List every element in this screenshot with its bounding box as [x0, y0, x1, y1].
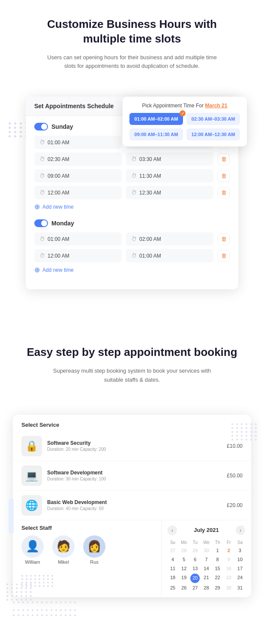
cal-day-w4-5[interactable]: 22 [213, 574, 223, 583]
sunday-slot-2: ⏱ 09:00 AM ⏱ 11:30 AM 🗑 [34, 169, 230, 182]
monday-to-0[interactable]: ⏱ 02:00 AM [126, 232, 213, 246]
cal-day-w2-6: 9 [224, 556, 234, 564]
cal-dh-we: We [201, 539, 211, 546]
cal-day-w1-4[interactable]: 30 [201, 547, 211, 555]
sunday-to-1[interactable]: ⏱ 03:30 AM [126, 152, 213, 166]
add-time-label: Add new time [42, 267, 74, 273]
staff-row: 👤 William 🧑 Mikel 👩 Rus [21, 535, 153, 565]
cal-day-w4-4[interactable]: 21 [201, 574, 211, 583]
sunday-from-2[interactable]: ⏱ 09:00 AM [34, 169, 122, 182]
cal-day-w5-2[interactable]: 26 [179, 584, 189, 592]
select-staff-label: Select Staff [21, 525, 153, 531]
dot-grid-bottomleft [6, 583, 33, 601]
cal-day-w4-6: 23 [224, 574, 234, 583]
sunday-to-3[interactable]: ⏱ 12:30 AM [126, 186, 213, 199]
schedule-header-label: Set Appointments Schedule [34, 103, 114, 109]
service-item-1[interactable]: 💻 Software Development Duration: 30 min … [13, 461, 251, 491]
cal-day-w3-1[interactable]: 11 [168, 565, 178, 573]
service-info-1: Software Development Duration: 30 min Ca… [47, 470, 222, 481]
staff-item-mikel[interactable]: 🧑 Mikel [52, 535, 75, 565]
cal-day-w1-5[interactable]: 1 [213, 547, 223, 555]
monday-from-1[interactable]: ⏱ 12:00 AM [34, 249, 122, 262]
cal-day-w2-5[interactable]: 8 [213, 556, 223, 564]
staff-item-rus[interactable]: 👩 Rus [83, 535, 105, 565]
sunday-delete-2[interactable]: 🗑 [218, 170, 230, 182]
clock-icon: ⏱ [39, 236, 45, 242]
cal-day-w5-6: 30 [224, 584, 234, 592]
apt-slot-0[interactable]: ✓ 01:00 AM–02:00 AM [129, 113, 183, 125]
staff-item-william[interactable]: 👤 William [21, 535, 44, 565]
cal-day-w1-3[interactable]: 29 [190, 547, 200, 555]
sunday-toggle[interactable] [34, 123, 48, 131]
cal-day-w4-7[interactable]: 24 [235, 574, 245, 583]
cal-day-w1-7[interactable]: 3 [235, 547, 245, 555]
cal-day-w2-7[interactable]: 10 [235, 556, 245, 564]
cal-day-w2-2[interactable]: 5 [179, 556, 189, 564]
cal-dh-su: Su [168, 539, 178, 546]
cal-day-w1-1[interactable]: 27 [168, 547, 178, 555]
clock-icon: ⏱ [131, 173, 137, 179]
dot-grid-inner [231, 423, 258, 440]
monday-toggle[interactable] [34, 219, 48, 227]
cal-day-w3-3[interactable]: 13 [190, 565, 200, 573]
monday-add-time[interactable]: ⊕ Add new time [34, 266, 230, 274]
service-thumb-0: 🔒 [21, 436, 42, 456]
cal-day-w2-4[interactable]: 7 [201, 556, 211, 564]
add-time-label: Add new time [42, 204, 74, 210]
clock-icon: ⏱ [39, 173, 45, 179]
clock-icon: ⏱ [131, 236, 137, 242]
cal-day-w3-7[interactable]: 17 [235, 565, 245, 573]
service-item-0[interactable]: 🔒 Software Security Duration: 20 min Cap… [13, 431, 251, 461]
cal-dh-fr: Fr [224, 539, 234, 546]
service-item-2[interactable]: 🌐 Basic Web Development Duration: 40 min… [13, 491, 251, 520]
cal-day-w4-1[interactable]: 18 [168, 574, 178, 583]
cal-day-w2-3[interactable]: 6 [190, 556, 200, 564]
cal-day-w3-4[interactable]: 14 [201, 565, 211, 573]
sunday-delete-1[interactable]: 🗑 [218, 153, 230, 165]
cal-dh-mo: Mo [179, 539, 189, 546]
sunday-delete-3[interactable]: 🗑 [218, 187, 230, 199]
cal-day-w5-1[interactable]: 25 [168, 584, 178, 592]
service-meta-2: Duration: 40 min Capacity: 50 [47, 506, 222, 511]
service-name-2: Basic Web Development [47, 499, 222, 505]
monday-delete-0[interactable]: 🗑 [218, 233, 230, 245]
sunday-to-2[interactable]: ⏱ 11:30 AM [126, 169, 213, 182]
cal-day-w2-1[interactable]: 4 [168, 556, 178, 564]
cal-day-w4-3[interactable]: 20 [190, 574, 200, 583]
cal-day-w1-2[interactable]: 28 [179, 547, 189, 555]
cal-next[interactable]: › [236, 526, 245, 535]
clock-icon: ⏱ [39, 252, 45, 259]
clock-icon: ⏱ [131, 252, 137, 259]
bottom-dot-row-2 [4, 608, 260, 613]
cal-day-w3-5[interactable]: 15 [213, 565, 223, 573]
cal-day-w5-4[interactable]: 28 [201, 584, 211, 592]
cal-day-w5-7[interactable]: 31 [235, 584, 245, 592]
apt-slot-2[interactable]: 09:00 AM–11:30 AM [129, 128, 183, 140]
staff-section: Select Staff 👤 William 🧑 Mikel 👩 Rus [13, 520, 161, 571]
service-name-1: Software Development [47, 470, 222, 476]
cal-day-w5-5[interactable]: 29 [213, 584, 223, 592]
apt-slot-3[interactable]: 12:00 AM–12:30 AM [186, 128, 240, 140]
section-1: Customize Business Hours with multiple t… [0, 0, 264, 92]
monday-delete-1[interactable]: 🗑 [218, 250, 230, 262]
sunday-from-0[interactable]: ⏱ 01:00 AM [34, 136, 122, 149]
staff-name-william: William [25, 559, 40, 565]
sunday-add-time[interactable]: ⊕ Add new time [34, 203, 230, 211]
plus-icon: ⊕ [34, 203, 40, 211]
apt-date: March 21 [205, 103, 227, 109]
cal-prev[interactable]: ‹ [168, 526, 177, 535]
cal-day-w3-6: 16 [224, 565, 234, 573]
cal-day-w1-6[interactable]: 2 [224, 547, 234, 555]
staff-avatar-mikel: 🧑 [52, 535, 75, 558]
sunday-from-1[interactable]: ⏱ 02:30 AM [34, 152, 122, 166]
monday-to-1[interactable]: ⏱ 01:00 AM [126, 249, 213, 262]
section1-desc: Users can set opening hours for their bu… [46, 53, 218, 71]
cal-day-w3-2[interactable]: 12 [179, 565, 189, 573]
cal-day-w5-3[interactable]: 27 [190, 584, 200, 592]
cal-day-w4-2[interactable]: 19 [179, 574, 189, 583]
clock-icon: ⏱ [131, 156, 137, 162]
monday-from-0[interactable]: ⏱ 01:00 AM [34, 232, 122, 246]
sunday-from-3[interactable]: ⏱ 12:00 AM [34, 186, 122, 199]
apt-slot-1[interactable]: 02:30 AM–03:30 AM [186, 113, 240, 125]
booking-lower: Select Staff 👤 William 🧑 Mikel 👩 Rus [13, 520, 251, 597]
